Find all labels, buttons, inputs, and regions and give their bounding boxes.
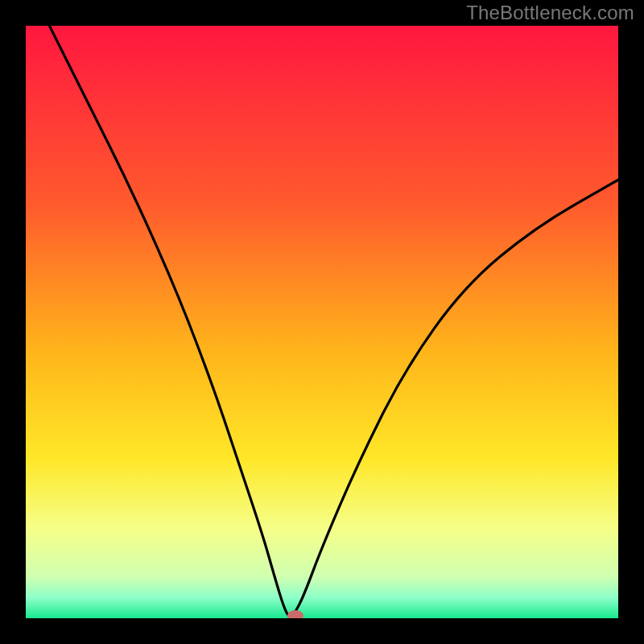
gradient-background <box>26 26 618 618</box>
plot-area <box>26 26 618 618</box>
chart-frame <box>0 0 644 644</box>
watermark-text: TheBottleneck.com <box>466 2 634 24</box>
bottleneck-curve-chart <box>26 26 618 618</box>
